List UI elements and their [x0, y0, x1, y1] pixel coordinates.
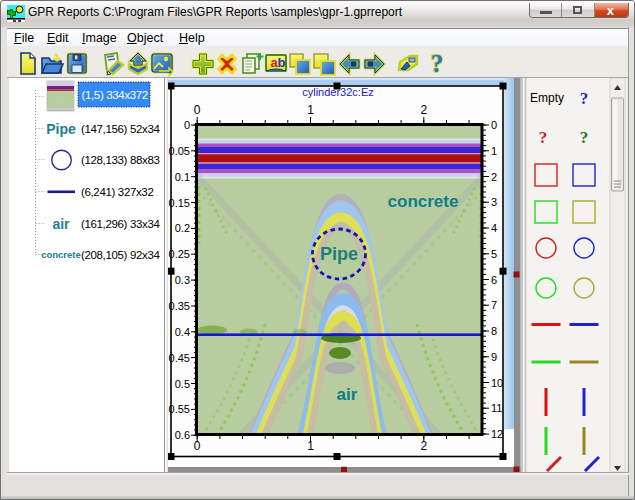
svg-text:0.1: 0.1 — [175, 171, 190, 183]
svg-text:?: ? — [539, 128, 548, 147]
svg-text:1: 1 — [307, 103, 314, 117]
svg-text:0: 0 — [194, 439, 201, 453]
svg-text:11: 11 — [491, 402, 502, 414]
svg-text:(147,156) 52x34: (147,156) 52x34 — [81, 123, 160, 135]
svg-text:1: 1 — [491, 145, 497, 157]
svg-text:0.3: 0.3 — [175, 274, 190, 286]
svg-text:?: ? — [580, 128, 589, 147]
svg-text:?: ? — [580, 89, 589, 108]
svg-text:(208,105) 92x34: (208,105) 92x34 — [81, 249, 160, 261]
svg-text:0.5: 0.5 — [175, 378, 190, 390]
svg-text:2: 2 — [420, 439, 427, 453]
svg-text:0: 0 — [184, 119, 190, 131]
svg-text:0: 0 — [491, 119, 497, 131]
svg-text:9: 9 — [491, 351, 497, 363]
svg-text:7: 7 — [491, 299, 497, 311]
svg-text:10: 10 — [491, 377, 503, 389]
svg-text:0: 0 — [194, 103, 201, 117]
svg-text:air: air — [337, 385, 358, 404]
svg-text:(161,296) 33x34: (161,296) 33x34 — [81, 218, 160, 230]
svg-text:(128,133) 88x83: (128,133) 88x83 — [81, 154, 160, 166]
svg-text:(6,241) 327x32: (6,241) 327x32 — [81, 186, 153, 198]
svg-text:2: 2 — [420, 103, 427, 117]
svg-text:Pipe: Pipe — [320, 244, 358, 264]
svg-text:Empty: Empty — [530, 91, 564, 105]
svg-text:b: b — [278, 55, 286, 70]
svg-text:0.4: 0.4 — [175, 326, 190, 338]
svg-text:Pipe: Pipe — [46, 121, 76, 137]
svg-text:concrete: concrete — [388, 192, 459, 211]
svg-text:0.2: 0.2 — [175, 222, 190, 234]
svg-text:5: 5 — [491, 248, 497, 260]
svg-text:4: 4 — [491, 222, 497, 234]
svg-text:6: 6 — [491, 274, 497, 286]
svg-text:(1,5) 334x372: (1,5) 334x372 — [82, 89, 148, 101]
svg-text:2: 2 — [491, 171, 497, 183]
svg-text:concrete: concrete — [41, 249, 81, 260]
svg-text:air: air — [52, 216, 70, 232]
svg-text:0.6: 0.6 — [175, 429, 190, 441]
svg-text:12: 12 — [491, 428, 503, 440]
svg-text:1: 1 — [307, 439, 314, 453]
svg-text:3: 3 — [491, 196, 497, 208]
svg-text:?: ? — [431, 50, 444, 77]
svg-text:8: 8 — [491, 325, 497, 337]
